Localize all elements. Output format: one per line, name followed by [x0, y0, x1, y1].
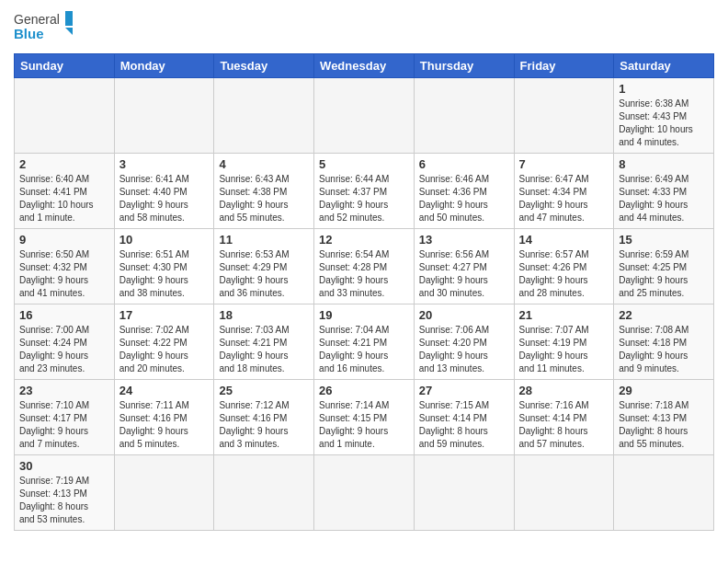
weekday-header: Tuesday	[214, 54, 314, 78]
calendar-cell: 27Sunrise: 7:15 AM Sunset: 4:14 PM Dayli…	[414, 380, 514, 455]
calendar-cell: 5Sunrise: 6:44 AM Sunset: 4:37 PM Daylig…	[314, 154, 415, 229]
day-info: Sunrise: 7:02 AM Sunset: 4:22 PM Dayligh…	[119, 324, 210, 375]
svg-marker-2	[65, 11, 73, 26]
day-info: Sunrise: 6:41 AM Sunset: 4:40 PM Dayligh…	[119, 173, 210, 224]
calendar-cell	[114, 455, 214, 531]
page: GeneralBlue SundayMondayTuesdayWednesday…	[0, 0, 728, 540]
calendar-cell: 3Sunrise: 6:41 AM Sunset: 4:40 PM Daylig…	[114, 154, 214, 229]
svg-marker-3	[65, 28, 73, 35]
calendar-week-row: 30Sunrise: 7:19 AM Sunset: 4:13 PM Dayli…	[15, 455, 714, 531]
day-number: 13	[419, 233, 509, 247]
day-number: 7	[519, 157, 609, 171]
day-info: Sunrise: 7:08 AM Sunset: 4:18 PM Dayligh…	[619, 324, 709, 375]
weekday-header: Friday	[514, 54, 614, 78]
day-info: Sunrise: 7:07 AM Sunset: 4:19 PM Dayligh…	[519, 324, 609, 375]
calendar-header-row: SundayMondayTuesdayWednesdayThursdayFrid…	[15, 54, 714, 78]
day-number: 22	[619, 308, 709, 322]
calendar-cell: 26Sunrise: 7:14 AM Sunset: 4:15 PM Dayli…	[314, 380, 415, 455]
day-number: 12	[319, 233, 409, 247]
day-info: Sunrise: 7:04 AM Sunset: 4:21 PM Dayligh…	[319, 324, 409, 375]
day-info: Sunrise: 6:49 AM Sunset: 4:33 PM Dayligh…	[619, 173, 709, 224]
calendar-cell: 10Sunrise: 6:51 AM Sunset: 4:30 PM Dayli…	[114, 229, 214, 304]
day-info: Sunrise: 6:54 AM Sunset: 4:28 PM Dayligh…	[319, 248, 409, 300]
calendar-cell: 17Sunrise: 7:02 AM Sunset: 4:22 PM Dayli…	[114, 304, 214, 380]
logo: GeneralBlue	[14, 9, 78, 46]
day-info: Sunrise: 7:00 AM Sunset: 4:24 PM Dayligh…	[19, 324, 109, 375]
day-number: 19	[319, 308, 409, 322]
calendar-cell: 14Sunrise: 6:57 AM Sunset: 4:26 PM Dayli…	[514, 229, 614, 304]
day-number: 3	[119, 157, 210, 171]
day-info: Sunrise: 6:44 AM Sunset: 4:37 PM Dayligh…	[319, 173, 409, 224]
calendar-week-row: 9Sunrise: 6:50 AM Sunset: 4:32 PM Daylig…	[15, 229, 714, 304]
day-info: Sunrise: 6:46 AM Sunset: 4:36 PM Dayligh…	[419, 173, 509, 224]
day-info: Sunrise: 6:57 AM Sunset: 4:26 PM Dayligh…	[519, 248, 609, 300]
calendar-cell: 6Sunrise: 6:46 AM Sunset: 4:36 PM Daylig…	[414, 154, 514, 229]
day-number: 2	[19, 157, 109, 171]
day-number: 18	[219, 308, 309, 322]
day-info: Sunrise: 6:40 AM Sunset: 4:41 PM Dayligh…	[19, 173, 109, 224]
calendar-table: SundayMondayTuesdayWednesdayThursdayFrid…	[14, 53, 714, 531]
calendar-cell	[414, 455, 514, 531]
day-info: Sunrise: 7:06 AM Sunset: 4:20 PM Dayligh…	[419, 324, 509, 375]
day-info: Sunrise: 7:03 AM Sunset: 4:21 PM Dayligh…	[219, 324, 309, 375]
calendar-cell	[314, 78, 415, 154]
calendar-cell	[414, 78, 514, 154]
calendar-cell: 23Sunrise: 7:10 AM Sunset: 4:17 PM Dayli…	[15, 380, 115, 455]
day-info: Sunrise: 6:47 AM Sunset: 4:34 PM Dayligh…	[519, 173, 609, 224]
day-number: 30	[19, 459, 109, 473]
day-number: 4	[219, 157, 309, 171]
calendar-cell: 11Sunrise: 6:53 AM Sunset: 4:29 PM Dayli…	[214, 229, 314, 304]
calendar-cell: 25Sunrise: 7:12 AM Sunset: 4:16 PM Dayli…	[214, 380, 314, 455]
day-info: Sunrise: 6:59 AM Sunset: 4:25 PM Dayligh…	[619, 248, 709, 300]
day-info: Sunrise: 6:56 AM Sunset: 4:27 PM Dayligh…	[419, 248, 509, 300]
day-number: 29	[619, 384, 709, 397]
day-info: Sunrise: 7:10 AM Sunset: 4:17 PM Dayligh…	[19, 399, 109, 451]
calendar-week-row: 23Sunrise: 7:10 AM Sunset: 4:17 PM Dayli…	[15, 380, 714, 455]
header: GeneralBlue	[14, 9, 714, 46]
weekday-header: Saturday	[614, 54, 714, 78]
calendar-cell: 22Sunrise: 7:08 AM Sunset: 4:18 PM Dayli…	[614, 304, 714, 380]
calendar-cell: 15Sunrise: 6:59 AM Sunset: 4:25 PM Dayli…	[614, 229, 714, 304]
day-info: Sunrise: 7:15 AM Sunset: 4:14 PM Dayligh…	[419, 399, 509, 451]
calendar-cell: 12Sunrise: 6:54 AM Sunset: 4:28 PM Dayli…	[314, 229, 415, 304]
svg-text:General: General	[14, 12, 60, 27]
day-number: 28	[519, 384, 609, 397]
calendar-cell	[15, 78, 115, 154]
day-number: 27	[419, 384, 509, 397]
calendar-cell	[614, 455, 714, 531]
calendar-week-row: 1Sunrise: 6:38 AM Sunset: 4:43 PM Daylig…	[15, 78, 714, 154]
weekday-header: Sunday	[15, 54, 115, 78]
weekday-header: Wednesday	[314, 54, 415, 78]
day-number: 5	[319, 157, 409, 171]
calendar-cell: 9Sunrise: 6:50 AM Sunset: 4:32 PM Daylig…	[15, 229, 115, 304]
calendar-cell: 21Sunrise: 7:07 AM Sunset: 4:19 PM Dayli…	[514, 304, 614, 380]
calendar-cell	[314, 455, 415, 531]
day-info: Sunrise: 6:43 AM Sunset: 4:38 PM Dayligh…	[219, 173, 309, 224]
day-number: 1	[619, 82, 709, 96]
calendar-week-row: 2Sunrise: 6:40 AM Sunset: 4:41 PM Daylig…	[15, 154, 714, 229]
day-info: Sunrise: 7:14 AM Sunset: 4:15 PM Dayligh…	[319, 399, 409, 451]
day-number: 23	[19, 384, 109, 397]
day-info: Sunrise: 7:18 AM Sunset: 4:13 PM Dayligh…	[619, 399, 709, 451]
day-number: 16	[19, 308, 109, 322]
day-info: Sunrise: 6:53 AM Sunset: 4:29 PM Dayligh…	[219, 248, 309, 300]
day-info: Sunrise: 7:11 AM Sunset: 4:16 PM Dayligh…	[119, 399, 210, 451]
calendar-cell: 13Sunrise: 6:56 AM Sunset: 4:27 PM Dayli…	[414, 229, 514, 304]
logo-icon: GeneralBlue	[14, 9, 78, 46]
calendar-cell: 18Sunrise: 7:03 AM Sunset: 4:21 PM Dayli…	[214, 304, 314, 380]
calendar-cell: 24Sunrise: 7:11 AM Sunset: 4:16 PM Dayli…	[114, 380, 214, 455]
day-number: 11	[219, 233, 309, 247]
day-info: Sunrise: 6:50 AM Sunset: 4:32 PM Dayligh…	[19, 248, 109, 300]
calendar-cell: 19Sunrise: 7:04 AM Sunset: 4:21 PM Dayli…	[314, 304, 415, 380]
calendar-cell	[514, 78, 614, 154]
calendar-cell	[214, 455, 314, 531]
day-number: 15	[619, 233, 709, 247]
weekday-header: Thursday	[414, 54, 514, 78]
svg-text:Blue: Blue	[14, 26, 44, 41]
calendar-cell: 30Sunrise: 7:19 AM Sunset: 4:13 PM Dayli…	[15, 455, 115, 531]
calendar-cell	[514, 455, 614, 531]
day-number: 26	[319, 384, 409, 397]
day-number: 24	[119, 384, 210, 397]
calendar-cell: 4Sunrise: 6:43 AM Sunset: 4:38 PM Daylig…	[214, 154, 314, 229]
day-info: Sunrise: 7:19 AM Sunset: 4:13 PM Dayligh…	[19, 475, 109, 526]
